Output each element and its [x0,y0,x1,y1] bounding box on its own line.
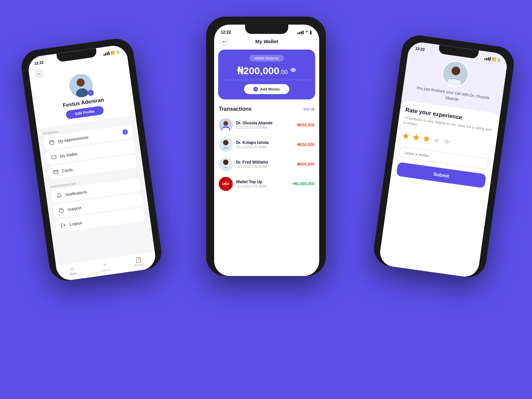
nav-home[interactable]: ⌂ Home [68,265,77,277]
svg-point-19 [223,160,228,165]
transaction-item-2[interactable]: Dr. Fred Williams 12/11/2023 09:30AM -₦3… [219,155,315,174]
signal-icon [103,51,109,56]
svg-line-6 [50,142,54,142]
signal-icon-center [298,31,304,34]
doctors-icon: ＋ [102,261,108,268]
star-2[interactable]: ★ [411,131,421,143]
home-icon: ⌂ [70,266,74,272]
appointments-icon [48,139,55,146]
doctor-female-large [442,60,469,88]
transaction-info-1: Dr. Kolapo Ishola 12/11/2023 09:30AM [236,140,293,149]
doctor-avatar-large [441,59,470,89]
svg-point-13 [223,121,228,126]
transaction-avatar-2 [219,157,233,171]
star-3[interactable]: ★ [422,133,431,145]
svg-point-16 [223,140,228,145]
wifi-icon-right: 📶 [491,57,496,62]
svg-line-9 [54,171,58,172]
transaction-avatar-1 [219,138,233,152]
transactions-section: Transactions See all Dr. Olusola Akande [214,102,319,198]
status-icons-center: ▌ [298,31,313,34]
transaction-date-2: 12/11/2023 09:30AM [236,165,293,169]
back-button-center[interactable]: ← [219,37,229,47]
transaction-item-0[interactable]: Dr. Olusola Akande 12/11/2023 09:30AM -₦… [219,115,315,135]
logout-icon [60,222,67,228]
transaction-date-3: 12/11/2023 09:30AM [236,185,289,188]
time-right: 12:22 [415,46,425,52]
add-money-button[interactable]: + Add Money [244,84,289,94]
nav-records-label: Records [134,263,144,267]
doctor-female-avatar [219,118,233,132]
time-left: 12:22 [34,60,44,66]
transaction-info-2: Dr. Fred Williams 12/11/2023 09:30AM [236,160,293,169]
wallet-header: ← My Wallet [214,36,319,47]
wallet-amount-text: ₦200,000.00 [237,65,288,76]
transactions-title: Transactions [219,106,252,112]
wifi-icon-center [305,31,309,34]
cards-icon [53,169,59,175]
transaction-name-3: Wallet Top Up [236,180,289,184]
doctor-male-avatar-2 [219,157,233,171]
transaction-date-1: 12/11/2023 09:30AM [236,145,293,149]
transaction-item-1[interactable]: Dr. Kolapo Ishola 12/11/2023 09:30AM -₦2… [219,135,315,155]
see-all-button[interactable]: See all [303,107,315,111]
edit-profile-button[interactable]: Edit Profile [66,106,104,120]
battery-icon-center: ▌ [310,31,313,34]
preferences-section: PREFERENCES Notifications Support [44,169,150,234]
left-phone: 12:22 📶 🔋 ← [19,37,164,283]
bottom-nav-left: ⌂ Home ＋ Doctors 📋 Records [56,251,157,282]
transaction-item-3[interactable]: UBA Wallet Top Up 12/11/2023 09:30AM +₦1… [219,174,315,194]
avatar-edit-button[interactable]: ✏ [87,89,94,96]
status-icons-left: 📶 🔋 [103,50,120,56]
notifications-icon [56,192,63,199]
svg-rect-3 [50,140,54,145]
appointments-label: My Appointments [58,131,119,144]
records-icon: 📋 [135,256,142,263]
wallet-title: My Wallet [255,39,278,44]
transaction-name-0: Dr. Olusola Akande [236,121,293,125]
rate-section: Rate your experience r Feedback is very … [378,100,500,279]
battery-icon-right: 🔋 [497,58,501,62]
transaction-avatar-0 [219,118,233,132]
wallet-balance-label: Wallet Balance [249,55,284,62]
center-phone: 12:22 ▌ ← My Wallet Wallet Balance ₦200,… [206,17,326,276]
uba-logo: UBA [219,177,233,191]
transactions-header: Transactions See all [219,106,315,112]
transaction-amount-0: -₦250,000 [296,123,315,127]
battery-icon: 🔋 [116,50,120,54]
wallet-amount: ₦200,000.00 👁 [237,65,296,76]
transaction-amount-1: -₦250,000 [296,142,315,147]
transaction-name-1: Dr. Kolapo Ishola [236,140,293,145]
svg-rect-7 [52,155,57,159]
appointments-badge: 1 [122,129,128,135]
visibility-icon[interactable]: 👁 [290,67,296,74]
nav-doctors[interactable]: ＋ Doctors [100,261,110,273]
add-icon: + [253,87,258,91]
wallet-icon [51,154,57,161]
transaction-amount-3: +₦1,000,000 [292,182,315,186]
transaction-name-2: Dr. Fred Williams [236,160,293,165]
nav-home-label: Home [69,272,77,276]
doctor-male-avatar-1 [219,138,233,152]
nav-records[interactable]: 📋 Records [133,256,144,268]
transaction-amount-2: -₦300,000 [296,162,315,167]
status-icons-right: 📶 🔋 [484,56,501,62]
star-4[interactable]: ★ [432,134,441,146]
back-button-left[interactable]: ← [34,68,45,79]
right-phone: 12:22 📶 🔋 You just finished your call wi… [372,33,516,280]
nav-doctors-label: Doctors [101,268,110,272]
star-1[interactable]: ★ [401,130,411,142]
transaction-info-3: Wallet Top Up 12/11/2023 09:30AM [236,180,289,188]
avatar-container: ✏ [68,72,94,99]
time-center: 12:22 [221,30,231,35]
transaction-info-0: Dr. Olusola Akande 12/11/2023 09:30AM [236,121,293,129]
star-5[interactable]: ★ [442,136,452,148]
wallet-card: Wallet Balance ₦200,000.00 👁 + Add Money [218,50,315,99]
wallet-divider [223,80,310,80]
transaction-date-0: 12/11/2023 09:30AM [236,126,293,129]
signal-icon-right [484,56,491,61]
wifi-icon: 📶 [110,51,115,55]
support-icon [58,207,65,214]
notch-center [245,25,288,34]
